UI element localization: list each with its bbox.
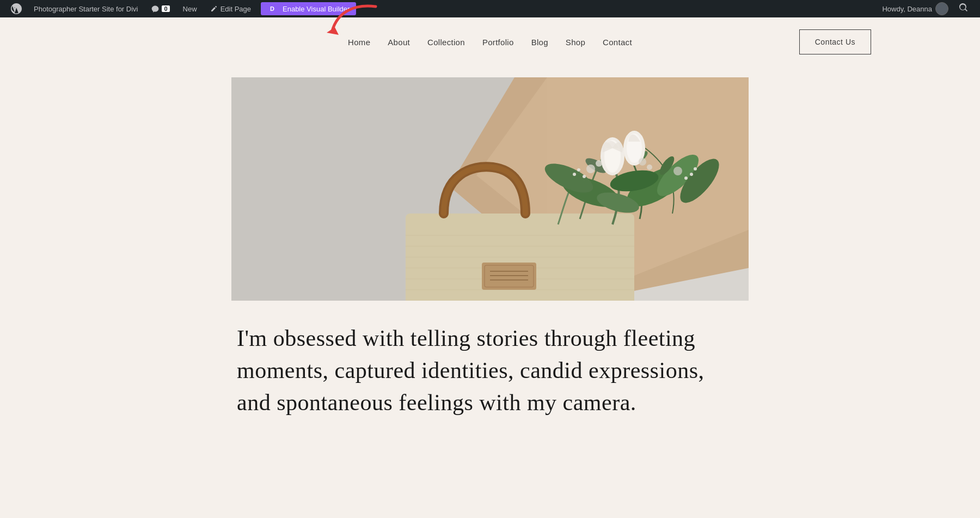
hero-quote-text: I'm obsessed with telling stories throug… <box>237 322 743 418</box>
site-title-link[interactable]: Photographer Starter Site for Divi <box>28 0 143 17</box>
howdy-text: Howdy, Deanna <box>882 5 932 13</box>
hero-image <box>231 77 749 301</box>
svg-point-39 <box>690 173 693 176</box>
nav-shop[interactable]: Shop <box>566 38 585 47</box>
enable-visual-builder-button[interactable]: D Enable Visual Builder <box>261 2 356 15</box>
divi-icon: D <box>267 4 277 14</box>
edit-page-label: Edit Page <box>220 5 251 13</box>
svg-point-36 <box>673 167 682 175</box>
hero-image-svg <box>231 77 749 301</box>
svg-point-42 <box>583 175 586 178</box>
svg-point-35 <box>647 164 652 170</box>
nav-home[interactable]: Home <box>348 38 370 47</box>
site-title-text: Photographer Starter Site for Divi <box>34 5 138 13</box>
edit-page-button[interactable]: Edit Page <box>205 0 256 17</box>
main-content: I'm obsessed with telling stories throug… <box>0 77 980 451</box>
wp-logo-icon <box>11 3 22 14</box>
nav-about[interactable]: About <box>388 38 410 47</box>
svg-point-37 <box>573 173 576 176</box>
wp-logo-button[interactable] <box>7 0 26 17</box>
admin-search-button[interactable] <box>954 3 973 14</box>
user-avatar <box>935 2 948 15</box>
contact-us-button[interactable]: Contact Us <box>799 29 871 54</box>
comments-button[interactable]: 0 <box>145 0 175 17</box>
nav-blog[interactable]: Blog <box>531 38 548 47</box>
svg-point-40 <box>694 167 697 170</box>
divi-builder-label: Enable Visual Builder <box>283 5 350 13</box>
nav-portfolio[interactable]: Portfolio <box>482 38 514 47</box>
svg-point-38 <box>577 168 580 172</box>
site-header: Home About Collection Portfolio Blog Sho… <box>0 17 980 66</box>
new-label: New <box>183 5 197 13</box>
new-content-button[interactable]: New <box>177 0 203 17</box>
admin-bar-left: Photographer Starter Site for Divi 0 New… <box>7 0 877 17</box>
admin-search-icon <box>959 3 968 12</box>
svg-point-41 <box>684 176 688 180</box>
main-nav: Home About Collection Portfolio Blog Sho… <box>348 38 632 47</box>
comment-icon <box>151 4 160 13</box>
admin-bar-right: Howdy, Deanna <box>877 2 973 15</box>
svg-point-34 <box>639 158 646 166</box>
svg-point-32 <box>586 164 595 173</box>
hero-quote: I'm obsessed with telling stories throug… <box>231 322 749 418</box>
nav-contact[interactable]: Contact <box>603 38 632 47</box>
svg-point-33 <box>596 160 602 167</box>
hero-image-container <box>231 77 749 301</box>
howdy-user[interactable]: Howdy, Deanna <box>877 2 954 15</box>
nav-collection[interactable]: Collection <box>427 38 465 47</box>
admin-bar: Photographer Starter Site for Divi 0 New… <box>0 0 980 17</box>
edit-icon <box>210 5 218 13</box>
comment-count: 0 <box>162 5 169 12</box>
svg-rect-12 <box>482 263 536 290</box>
